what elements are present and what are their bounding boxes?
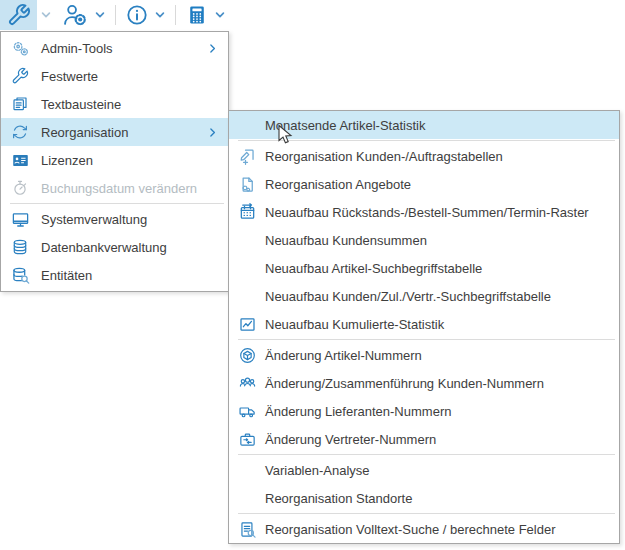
menu-item-festwerte[interactable]: Festwerte (1, 62, 228, 90)
submenu-item-neuaufbau-kundensummen[interactable]: Neuaufbau Kundensummen (229, 226, 619, 254)
wrench-dropdown-chevron[interactable] (37, 0, 54, 30)
menu-separator (238, 140, 615, 141)
calculator-toolbar-button[interactable] (183, 0, 211, 30)
submenu-item-reorg-angebote[interactable]: Reorganisation Angebote (229, 170, 619, 198)
cube-icon (237, 346, 257, 365)
menu-item-label: Festwerte (41, 69, 98, 84)
submenu-arrow-icon (206, 126, 219, 139)
briefcase-icon (237, 430, 257, 449)
reorganisation-submenu: Monatsende Artikel-Statistik Reorganisat… (228, 110, 620, 544)
menu-item-label: Neuaufbau Kumulierte-Statistik (265, 317, 444, 332)
submenu-item-aenderung-lieferanten-nummern[interactable]: Änderung Lieferanten-Nummern (229, 397, 619, 425)
menu-item-label: Reorganisation Volltext-Suche / berechne… (265, 522, 556, 537)
submenu-item-aenderung-artikel-nummern[interactable]: Änderung Artikel-Nummern (229, 341, 619, 369)
chevron-down-icon (214, 9, 226, 21)
database-icon (10, 238, 30, 256)
toolbar (0, 0, 625, 30)
menu-item-label: Variablen-Analyse (265, 463, 370, 478)
refresh-icon (10, 123, 30, 141)
calculator-icon (186, 4, 208, 26)
gears-icon (10, 39, 30, 58)
mouse-cursor-icon (277, 124, 294, 147)
id-card-icon (10, 151, 30, 170)
document-search-icon (237, 520, 257, 539)
admin-dropdown-menu: Admin-Tools Festwerte Textbausteine (0, 31, 229, 292)
submenu-item-aenderung-zusammenfuehrung-kunden-nummern[interactable]: Änderung/Zusammenführung Kunden-Nummern (229, 369, 619, 397)
menu-item-label: Änderung Lieferanten-Nummern (265, 404, 451, 419)
user-settings-dropdown-chevron[interactable] (91, 0, 108, 30)
people-icon (237, 374, 257, 393)
menu-item-datenbankverwaltung[interactable]: Datenbankverwaltung (1, 233, 228, 261)
menu-item-label: Reorganisation (41, 125, 128, 140)
database-search-icon (10, 266, 30, 285)
menu-item-label: Neuaufbau Kundensummen (265, 233, 427, 248)
menu-item-label: Neuaufbau Kunden/Zul./Vertr.-Suchbegriff… (265, 289, 551, 304)
menu-item-buchungsdatum: Buchungsdatum verändern (1, 174, 228, 202)
wrench-icon (7, 3, 31, 27)
menu-item-label: Reorganisation Standorte (265, 491, 412, 506)
person-gear-icon (62, 2, 88, 28)
info-dropdown-chevron[interactable] (151, 0, 168, 30)
menu-item-textbausteine[interactable]: Textbausteine (1, 90, 228, 118)
menu-item-label: Lizenzen (41, 153, 93, 168)
submenu-item-aenderung-vertreter-nummern[interactable]: Änderung Vertreter-Nummern (229, 425, 619, 453)
chevron-down-icon (154, 9, 166, 21)
toolbar-separator (115, 5, 116, 25)
chart-icon (237, 315, 257, 334)
menu-item-label: Änderung Artikel-Nummern (265, 348, 422, 363)
menu-item-label: Datenbankverwaltung (41, 240, 167, 255)
menu-item-label: Systemverwaltung (41, 212, 147, 227)
menu-item-label: Reorganisation Angebote (265, 177, 411, 192)
submenu-item-neuaufbau-kumulierte-statistik[interactable]: Neuaufbau Kumulierte-Statistik (229, 310, 619, 338)
menu-item-label: Admin-Tools (41, 41, 113, 56)
truck-icon (237, 402, 257, 421)
user-settings-toolbar-button[interactable] (59, 0, 91, 30)
documents-icon (10, 95, 30, 113)
menu-item-label: Neuaufbau Artikel-Suchbegriffstabelle (265, 261, 482, 276)
wrench-icon (10, 67, 30, 85)
menu-item-entitaeten[interactable]: Entitäten (1, 261, 228, 289)
info-toolbar-button[interactable] (123, 0, 151, 30)
stopwatch-icon (10, 179, 30, 197)
submenu-item-neuaufbau-artikel-suchbegriffstabelle[interactable]: Neuaufbau Artikel-Suchbegriffstabelle (229, 254, 619, 282)
menu-separator (238, 513, 615, 514)
menu-item-label: Neuaufbau Rückstands-/Bestell-Summen/Ter… (265, 205, 589, 220)
menu-item-lizenzen[interactable]: Lizenzen (1, 146, 228, 174)
menu-item-label: Entitäten (41, 268, 92, 283)
menu-item-label: Reorganisation Kunden-/Auftragstabellen (265, 149, 503, 164)
monitor-icon (10, 210, 30, 229)
toolbar-separator (175, 5, 176, 25)
submenu-item-neuaufbau-kunden-zul-vertr-suchbegriffstabelle[interactable]: Neuaufbau Kunden/Zul./Vertr.-Suchbegriff… (229, 282, 619, 310)
menu-item-systemverwaltung[interactable]: Systemverwaltung (1, 205, 228, 233)
submenu-item-reorg-volltext-suche[interactable]: Reorganisation Volltext-Suche / berechne… (229, 515, 619, 543)
submenu-item-variablen-analyse[interactable]: Variablen-Analyse (229, 456, 619, 484)
submenu-item-neuaufbau-rueckstands-bestell-summen[interactable]: Neuaufbau Rückstands-/Bestell-Summen/Ter… (229, 198, 619, 226)
menu-item-admin-tools[interactable]: Admin-Tools (1, 34, 228, 62)
menu-item-label: Textbausteine (41, 97, 121, 112)
submenu-item-reorganisation-standorte[interactable]: Reorganisation Standorte (229, 484, 619, 512)
menu-item-label: Buchungsdatum verändern (41, 181, 197, 196)
menu-item-label: Änderung Vertreter-Nummern (265, 432, 436, 447)
submenu-arrow-icon (206, 42, 219, 55)
application-window: Admin-Tools Festwerte Textbausteine (0, 0, 625, 550)
menu-item-reorganisation[interactable]: Reorganisation (1, 118, 228, 146)
menu-item-label: Änderung/Zusammenführung Kunden-Nummern (265, 376, 544, 391)
chevron-down-icon (94, 9, 106, 21)
menu-separator (10, 203, 224, 204)
chevron-down-icon (40, 9, 52, 21)
menu-separator (238, 339, 615, 340)
info-icon (125, 3, 149, 27)
calculator-dropdown-chevron[interactable] (211, 0, 228, 30)
document-gears-icon (237, 175, 257, 194)
table-tool-icon (237, 147, 257, 166)
wrench-toolbar-button[interactable] (0, 0, 37, 30)
menu-separator (238, 454, 615, 455)
calendar-icon (237, 203, 257, 222)
